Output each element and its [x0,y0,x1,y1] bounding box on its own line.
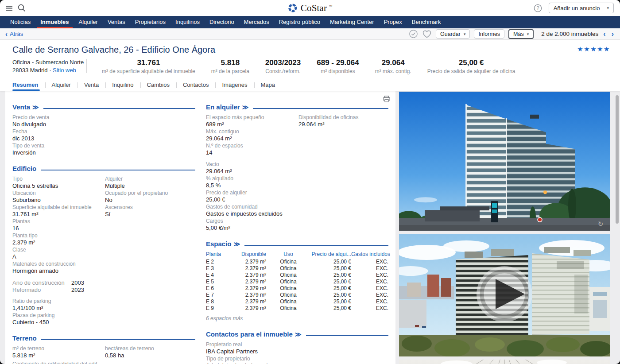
field-label: Tipo de propietario [206,356,388,362]
field: Superficie alquilable del inmueble31.761… [12,204,105,217]
stat-2: 2003/2023Constr./reform. [265,58,301,75]
field: % alquilado8,5 % [206,175,388,189]
espacio-cell: 2.379 m² [237,305,266,312]
more-button[interactable]: Más ▾ [508,29,534,39]
nav-item-mercados[interactable]: Mercados [239,16,274,28]
double-chevron-icon: ≫ [32,103,39,111]
nav-item-noticias[interactable]: Noticias [5,16,35,28]
espacio-column-header[interactable]: Uso [266,251,310,258]
next-property-button[interactable]: › [611,31,615,38]
costar-logo-icon [288,3,298,13]
espacio-section-link[interactable]: Espacio ≫ [206,240,240,248]
nav-item-ventas[interactable]: Ventas [103,16,130,28]
espacio-column-header[interactable]: Disponible [237,251,266,258]
app-window: CoStar ™ ? Añadir un anuncio ▾ NoticiasI… [0,0,620,364]
espacio-cell: Oficina [266,292,310,298]
back-label: Atrás [10,31,23,37]
menu-icon[interactable] [5,4,13,12]
tab-mapa[interactable]: Mapa [254,79,282,91]
property-video-thumbnail[interactable] [399,234,610,356]
save-button[interactable]: Guardar ▾ [436,29,470,39]
field-label: Planta tipo [12,232,105,239]
summary-panel: Venta ≫ Precio de ventaNo divulgadoFecha… [5,91,395,364]
field-label: Vacío [206,161,388,167]
reports-button[interactable]: Informes [474,29,504,39]
nav-item-registro-p-blico[interactable]: Registro público [274,16,325,28]
double-chevron-icon: ≫ [295,330,302,338]
en-alquiler-section-link[interactable]: En alquiler ≫ [206,103,248,111]
espacio-cell: 2.379 m² [237,272,266,279]
truncated-field-label: Coeficiente de edificabilidad del edif..… [12,361,195,364]
field-label: Precio de venta [12,114,195,120]
website-link[interactable]: Sitio web [53,67,76,74]
espacio-cell: EXC. [351,259,388,265]
field: Precio de alquiler25,00 € [206,190,388,203]
espacio-column-header[interactable]: Planta [206,251,237,258]
nav-item-inmuebles[interactable]: Inmuebles [35,16,74,28]
field: Precio de ventaNo divulgado [12,114,195,128]
property-photo-interior[interactable] [399,360,610,364]
more-spaces-link[interactable]: 6 espacios más [206,315,388,321]
tab-alquiler[interactable]: Alquiler [45,79,78,91]
field-label: Plazas de parking [12,312,195,318]
tab-im-genes[interactable]: Imágenes [215,79,254,91]
nav-item-directorio[interactable]: Directorio [205,16,239,28]
espacio-cell: E 7 [206,292,237,298]
venta-section-link[interactable]: Venta ≫ [12,103,39,111]
nav-item-alquiler[interactable]: Alquiler [74,16,103,28]
search-icon[interactable] [17,4,26,12]
stat-value: 2003/2023 [265,58,301,67]
tab-resumen[interactable]: Resumen [12,79,45,91]
section-rule [244,245,388,246]
nav-item-benchmark[interactable]: Benchmark [407,16,446,28]
espacio-cell: 25,00 € [310,292,351,298]
nav-item-marketing-center[interactable]: Marketing Center [325,16,379,28]
section-contactos: Contactos para el inmueble ≫ Propietario… [206,330,388,364]
espacio-column-header[interactable]: Precio de alqui... [310,251,351,258]
espacio-cell: E 4 [206,272,237,279]
add-listing-button[interactable]: Añadir un anuncio ▾ [549,3,614,13]
field-label: Materiales de construcción [12,261,105,267]
property-stats: 31.761m² de superficie alquilable del in… [87,58,515,75]
espacio-cell: Oficina [266,272,310,279]
back-link[interactable]: ‹ Atrás [5,31,23,37]
vertical-scrollbar[interactable] [616,95,619,224]
field: Tipo de propietarioAdministrador de inve… [206,356,388,364]
nav-item-propex[interactable]: Propex [379,16,407,28]
help-icon[interactable]: ? [534,4,542,12]
property-header: Calle de Serrano Galvache, 26 - Edificio… [0,40,620,79]
svg-text:↻: ↻ [598,220,604,228]
field-label: Ratio de parking [12,298,195,304]
heart-icon[interactable] [422,29,432,39]
field-label: % alquilado [206,175,388,182]
field-value: Administrador de inversiones [206,362,388,364]
field-value: 2023 [71,287,84,293]
stat-5: 25,00 €Precio de salida de alquiler de o… [427,58,515,75]
field-value: 8,5 % [206,182,388,189]
nav-item-propietarios[interactable]: Propietarios [130,16,170,28]
tab-venta[interactable]: Venta [78,79,105,91]
field-label: N.º de espacios [206,143,298,149]
chevron-left-icon: ‹ [5,31,8,37]
property-photo-exterior[interactable]: ↻ [399,92,610,231]
espacio-cell: EXC. [351,285,388,292]
espacio-row: E 72.379 m²Oficina25,00 €EXC. [206,292,388,298]
field: Tipo de ventaInversión [12,143,195,156]
tab-contactos[interactable]: Contactos [176,79,216,91]
tab-inquilino[interactable]: Inquilino [105,79,140,91]
tab-cambios[interactable]: Cambios [140,79,176,91]
espacio-cell: 2.379 m² [237,259,266,265]
prev-property-button[interactable]: ‹ [602,31,606,38]
costar-logo[interactable]: CoStar ™ [288,3,333,14]
section-espacio: Espacio ≫ PlantaDisponibleUsoPrecio de a… [206,240,388,321]
check-circle-icon[interactable] [409,29,418,39]
espacio-column-header[interactable]: Gastos incluidos [351,251,390,258]
field-value: 0,58 ha [105,352,195,359]
nav-item-inquilinos[interactable]: Inquilinos [170,16,205,28]
contactos-section-link[interactable]: Contactos para el inmueble ≫ [206,330,302,338]
stat-label: Constr./reform. [265,68,301,75]
espacio-cell: 25,00 € [310,272,351,279]
field-label: Disponibilidad de oficinas [298,114,388,120]
field-label: Ocupado por el propietario [105,190,195,196]
espacio-cell: EXC. [351,279,388,285]
